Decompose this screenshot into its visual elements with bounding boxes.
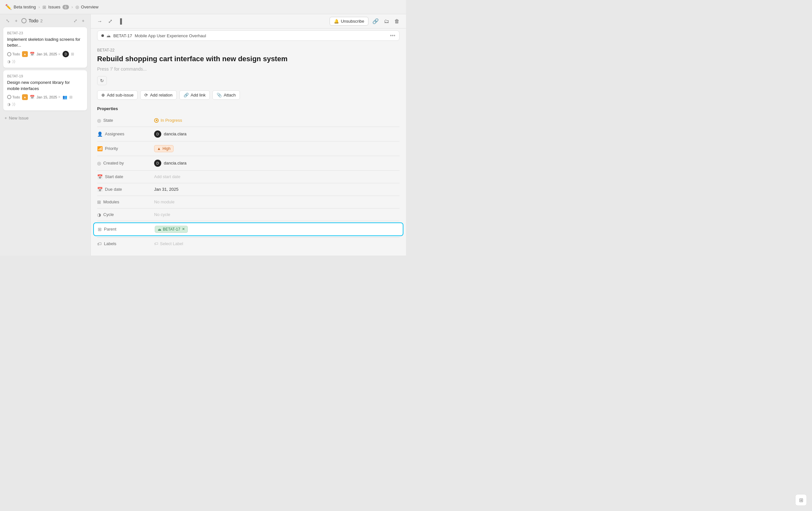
issue-editor-placeholder[interactable]: Press '/' for commands...	[97, 66, 400, 72]
created-by-icon: ◎	[97, 161, 101, 166]
toolbar-right: 🔔 Unsubscribe 🔗 🗂 🗑	[329, 17, 401, 26]
cycle-label: ◑ Cycle	[97, 212, 149, 217]
assignees-value[interactable]: D dancia.clara	[154, 131, 186, 138]
collapse-btn[interactable]: ⤡	[4, 18, 11, 24]
link-btn[interactable]: 🔗	[371, 17, 380, 26]
add-relation-button[interactable]: ⟳ Add relation	[140, 90, 176, 100]
top-navigation: ✏️ Beta testing › ⊞ Issues 6 › ◎ Overvie…	[0, 0, 406, 14]
left-panel-header: ⤡ + Todo 2 ⤢ +	[0, 14, 90, 27]
property-parent[interactable]: ⊞ Parent ⛰ BETAT-17 ✕	[93, 223, 403, 236]
issue-status-19: Todo	[7, 95, 20, 99]
new-issue-label: New Issue	[9, 116, 29, 120]
issue-id-23: BETAT-23	[7, 31, 83, 35]
parent-issue-id: BETAT-17	[113, 33, 132, 38]
expand-section-btn[interactable]: ⤢	[72, 18, 79, 24]
property-modules: ⊞ Modules No module	[97, 197, 400, 207]
add-issue-btn[interactable]: +	[81, 18, 86, 24]
issue-status-23: Todo	[7, 52, 20, 56]
created-by-label: ◎ Created by	[97, 161, 149, 166]
issues-icon: ⊞	[42, 4, 46, 10]
labels-label: 🏷 Labels	[97, 241, 149, 247]
parent-remove-btn[interactable]: ✕	[182, 227, 185, 231]
nav-sep-1: ›	[38, 4, 40, 9]
add-sub-issue-button[interactable]: ⊕ Add sub-issue	[97, 90, 138, 100]
property-due-date: 📅 Due date Jan 31, 2025	[97, 184, 400, 194]
start-date-icon: 📅	[97, 174, 103, 179]
issue-content: BETAT-22 Rebuild shopping cart interface…	[91, 43, 406, 254]
parent-dot-icon	[102, 34, 104, 37]
state-label: ◎ State	[97, 118, 149, 123]
issue-meta-23: Todo ▲ 📅 Jan 16, 2025 ✕ D ⊞	[7, 51, 83, 57]
left-panel: ⤡ + Todo 2 ⤢ + BETAT-23 Implement skelet…	[0, 14, 91, 256]
priority-value[interactable]: ▲ High	[154, 145, 174, 152]
issue-title-19: Design new component library for mobile …	[7, 80, 83, 91]
status-circle-icon-19	[7, 95, 11, 99]
issue-id-19: BETAT-19	[7, 74, 83, 78]
due-date-value[interactable]: Jan 31, 2025	[154, 187, 178, 192]
unsubscribe-label: Unsubscribe	[341, 19, 364, 24]
properties-title: Properties	[97, 106, 400, 111]
issue-number: BETAT-22	[97, 48, 400, 53]
archive-btn[interactable]: 🗂	[383, 17, 390, 26]
panel-btn[interactable]: ▐	[117, 17, 123, 26]
start-date-value[interactable]: Add start date	[154, 174, 180, 179]
nav-overview[interactable]: ◎ Overview	[76, 4, 98, 9]
priority-icon-19: ▲	[22, 94, 28, 100]
labels-value[interactable]: 🏷 Select Label	[154, 241, 183, 246]
nav-app-label: Beta testing	[13, 4, 36, 9]
cycle-value[interactable]: No cycle	[154, 212, 170, 217]
parent-tag[interactable]: ⛰ BETAT-17 ✕	[155, 226, 188, 233]
property-cycle: ◑ Cycle No cycle	[97, 210, 400, 220]
nav-overview-label: Overview	[81, 4, 98, 9]
person-icon-19: 👥	[62, 95, 67, 100]
main-layout: ⤡ + Todo 2 ⤢ + BETAT-23 Implement skelet…	[0, 14, 406, 256]
modules-icon: ⊞	[97, 199, 101, 205]
action-buttons: ⊕ Add sub-issue ⟳ Add relation 🔗 Add lin…	[97, 90, 400, 100]
section-count: 2	[40, 19, 43, 23]
add-section-btn[interactable]: +	[13, 18, 19, 24]
parent-issue-banner[interactable]: ⛰ BETAT-17 Mobile App User Experience Ov…	[97, 30, 400, 41]
issue-title-23: Implement skeleton loading screens for b…	[7, 36, 83, 48]
label-tag-icon: 🏷	[154, 241, 158, 246]
right-panel: → ⤢ ▐ 🔔 Unsubscribe 🔗 🗂 🗑 ⛰ BETAT-17 Mob…	[91, 14, 406, 256]
date-23: Jan 16, 2025 ✕	[36, 52, 61, 56]
nav-app[interactable]: ✏️ Beta testing	[5, 4, 36, 10]
created-by-avatar: D	[154, 160, 161, 167]
arrow-right-btn[interactable]: →	[96, 17, 104, 26]
property-state: ◎ State In Progress	[97, 116, 400, 125]
calendar-icon-23: 📅	[30, 52, 35, 56]
more-options-icon[interactable]: •••	[390, 33, 395, 38]
parent-issue-title: Mobile App User Experience Overhaul	[135, 33, 206, 38]
property-start-date: 📅 Start date Add start date	[97, 172, 400, 182]
header-right: ⤢ +	[72, 18, 86, 24]
sub-issue-label: Add sub-issue	[107, 93, 134, 97]
cycle-refresh-btn[interactable]: ↻	[97, 76, 107, 85]
mountain-icon: ⛰	[107, 33, 111, 38]
assignees-label: 👤 Assignees	[97, 132, 149, 137]
issue-card-betat23[interactable]: BETAT-23 Implement skeleton loading scre…	[3, 27, 87, 68]
assignees-icon: 👤	[97, 132, 103, 137]
eye-icon-19: ◑	[7, 102, 10, 107]
issue-meta2-19: ◑ ⟩⟩	[7, 102, 83, 107]
sub-issue-icon: ⊕	[102, 93, 105, 97]
todo-circle-icon	[21, 18, 27, 23]
issue-card-betat19[interactable]: BETAT-19 Design new component library fo…	[3, 70, 87, 110]
delete-btn[interactable]: 🗑	[393, 17, 401, 26]
tag-icon-23: ⟩⟩	[12, 59, 16, 64]
state-value[interactable]: In Progress	[154, 118, 182, 123]
calendar-icon-19: 📅	[30, 95, 35, 100]
new-issue-button[interactable]: + New Issue	[0, 113, 90, 123]
header-left: ⤡ + Todo 2	[4, 18, 43, 24]
unsubscribe-button[interactable]: 🔔 Unsubscribe	[329, 17, 369, 26]
attach-label: Attach	[224, 93, 236, 97]
attach-button[interactable]: 📎 Attach	[212, 90, 240, 100]
parent-tag-label: BETAT-17	[163, 227, 180, 231]
grid-icon-23: ⊞	[71, 52, 74, 56]
in-progress-dot-icon	[154, 118, 158, 123]
property-assignees: 👤 Assignees D dancia.clara	[97, 128, 400, 140]
modules-value[interactable]: No module	[154, 199, 175, 204]
add-link-button[interactable]: 🔗 Add link	[179, 90, 210, 100]
expand-btn[interactable]: ⤢	[107, 17, 114, 26]
modules-label: ⊞ Modules	[97, 199, 149, 205]
nav-issues[interactable]: ⊞ Issues 6	[42, 4, 69, 10]
